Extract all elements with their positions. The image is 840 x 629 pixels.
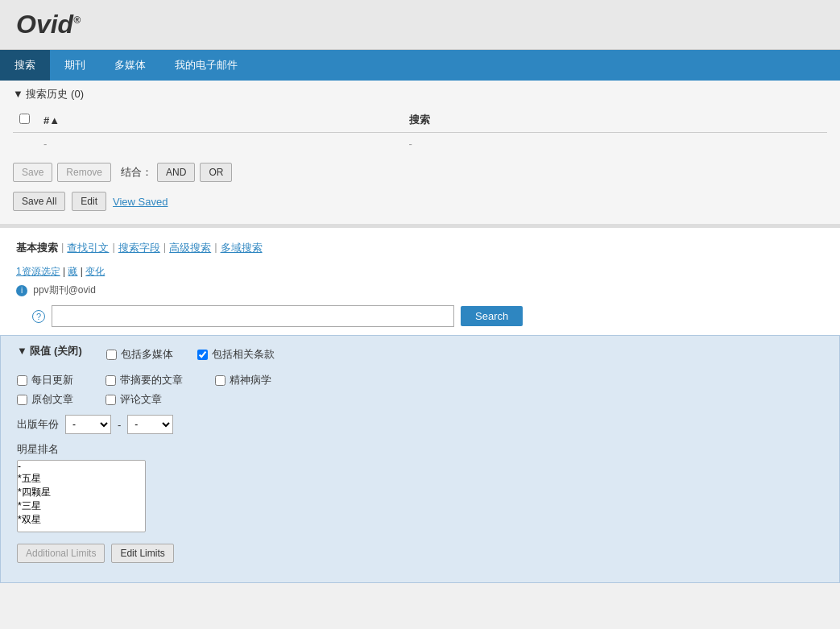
- limits-section: ▼ 限值 (关闭) 包括多媒体 包括相关条款 每日更新 原创文章: [0, 335, 840, 583]
- history-toggle[interactable]: ▼ 搜索历史 (0): [13, 87, 827, 101]
- search-input-row: ? Search: [16, 305, 824, 327]
- review-article-label[interactable]: 评论文章: [106, 392, 183, 407]
- star-ranking-label: 明星排名: [17, 442, 823, 457]
- limits-toggle[interactable]: ▼ 限值 (关闭): [17, 344, 82, 358]
- include-related-label[interactable]: 包括相关条款: [197, 347, 275, 362]
- resource-hide-link[interactable]: 藏: [68, 266, 77, 277]
- star-option[interactable]: *四颗星: [18, 486, 145, 499]
- pub-year-dash: -: [118, 419, 121, 431]
- limits-checkbox-row: 每日更新 原创文章 带摘要的文章 评论文章: [17, 373, 823, 407]
- resource-count-link[interactable]: 1资源选定: [16, 266, 60, 277]
- nav-email[interactable]: 我的电子邮件: [160, 50, 252, 81]
- col-search-header: 搜索: [403, 108, 828, 133]
- col-number-header: #▲: [37, 108, 403, 133]
- limits-bottom-row: Additional Limits Edit Limits: [17, 544, 823, 571]
- psychiatry-checkbox[interactable]: [215, 375, 226, 386]
- limits-col-3: 精神病学: [215, 373, 271, 387]
- limits-toggle-row: ▼ 限值 (关闭) 包括多媒体 包括相关条款: [17, 344, 823, 365]
- search-section: 基本搜索 | 查找引文 | 搜索字段 | 高级搜索 | 多域搜索 1资源选定 |…: [0, 226, 840, 583]
- row-query: -: [403, 133, 828, 155]
- review-article-checkbox[interactable]: [106, 395, 116, 405]
- view-saved-button[interactable]: View Saved: [113, 196, 168, 208]
- save-all-button[interactable]: Save All: [13, 192, 65, 211]
- tab-citation[interactable]: 查找引文: [67, 241, 109, 255]
- star-ranking-select[interactable]: - *五星 *四颗星 *三星 *双星: [17, 460, 146, 532]
- abstract-article-label[interactable]: 带摘要的文章: [106, 373, 183, 387]
- include-related-checkbox[interactable]: [197, 350, 208, 360]
- history-actions: Save Remove 结合： AND OR: [13, 163, 827, 182]
- abstract-article-checkbox[interactable]: [106, 375, 116, 386]
- search-tabs: 基本搜索 | 查找引文 | 搜索字段 | 高级搜索 | 多域搜索: [16, 241, 824, 255]
- pub-year-from-select[interactable]: - 2024 2023 2022: [65, 415, 111, 434]
- search-button[interactable]: Search: [461, 306, 523, 326]
- navigation: 搜索 期刊 多媒体 我的电子邮件: [0, 50, 840, 81]
- nav-journal[interactable]: 期刊: [50, 50, 100, 81]
- history-table: #▲ 搜索 - -: [13, 108, 827, 155]
- daily-update-label[interactable]: 每日更新: [17, 373, 73, 387]
- combine-label: 结合：: [121, 165, 152, 180]
- search-help-icon[interactable]: ?: [32, 310, 45, 323]
- resource-info: 1资源选定 | 藏 | 变化: [16, 265, 824, 279]
- search-history-section: ▼ 搜索历史 (0) #▲ 搜索 - - Save Remove 结合： AND…: [0, 81, 840, 226]
- resource-change-link[interactable]: 变化: [85, 266, 105, 277]
- or-button[interactable]: OR: [200, 163, 232, 182]
- nav-search[interactable]: 搜索: [0, 50, 50, 81]
- star-option[interactable]: -: [18, 461, 145, 472]
- select-all-checkbox[interactable]: [19, 114, 30, 124]
- original-article-checkbox[interactable]: [17, 395, 27, 405]
- additional-limits-button[interactable]: Additional Limits: [17, 544, 105, 563]
- header: Ovid®: [0, 0, 840, 50]
- row-num: -: [37, 133, 403, 155]
- daily-update-checkbox[interactable]: [17, 375, 27, 386]
- edit-history-button[interactable]: Edit: [72, 192, 106, 211]
- and-button[interactable]: AND: [157, 163, 195, 182]
- limits-col-1: 每日更新 原创文章: [17, 373, 73, 407]
- psychiatry-label[interactable]: 精神病学: [215, 373, 271, 387]
- search-input[interactable]: [52, 305, 454, 327]
- include-multimedia-label[interactable]: 包括多媒体: [106, 347, 173, 362]
- bottom-actions: Save All Edit View Saved: [13, 192, 827, 211]
- logo: Ovid®: [16, 10, 81, 39]
- limits-col-2: 带摘要的文章 评论文章: [106, 373, 183, 407]
- db-name-row: i ppv期刊@ovid: [16, 283, 824, 297]
- star-option[interactable]: *三星: [18, 499, 145, 513]
- pub-year-to-select[interactable]: - 2024 2023 2022: [127, 415, 173, 434]
- original-article-label[interactable]: 原创文章: [17, 392, 73, 407]
- table-row: - -: [13, 133, 827, 155]
- star-option[interactable]: *五星: [18, 472, 145, 486]
- pub-year-row: 出版年份 - 2024 2023 2022 - - 2024 2023 2022: [17, 415, 823, 434]
- star-option[interactable]: *双星: [18, 513, 145, 527]
- edit-limits-button[interactable]: Edit Limits: [111, 544, 173, 563]
- tab-field[interactable]: 搜索字段: [118, 241, 160, 255]
- tab-multi[interactable]: 多域搜索: [221, 241, 263, 255]
- db-info-icon[interactable]: i: [16, 285, 27, 296]
- save-button[interactable]: Save: [13, 163, 52, 182]
- tab-basic[interactable]: 基本搜索: [16, 241, 58, 255]
- db-name-label: ppv期刊@ovid: [33, 284, 96, 296]
- nav-media[interactable]: 多媒体: [100, 50, 160, 81]
- pub-year-label: 出版年份: [17, 417, 59, 432]
- remove-button[interactable]: Remove: [57, 163, 111, 182]
- include-multimedia-checkbox[interactable]: [106, 350, 117, 360]
- tab-advanced[interactable]: 高级搜索: [169, 241, 211, 255]
